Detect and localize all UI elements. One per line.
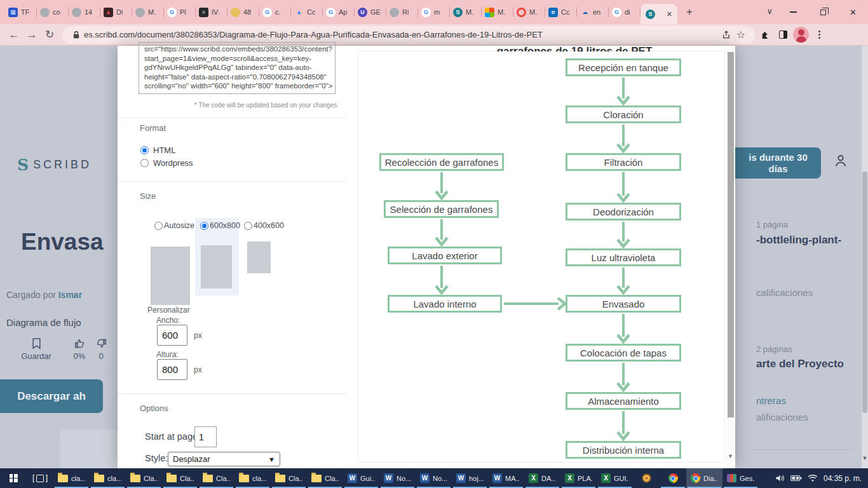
browser-tab[interactable]: Gdi <box>609 3 641 21</box>
ring-icon <box>517 8 526 17</box>
browser-tab[interactable]: Ri <box>386 3 418 21</box>
related-doc-author-2[interactable]: ntreras <box>756 395 786 406</box>
share-icon[interactable] <box>718 27 733 43</box>
active-browser-tab[interactable]: S✕ <box>641 4 677 24</box>
size-option-600x800[interactable]: 600x800 <box>200 221 240 230</box>
side-panel-icon[interactable] <box>775 27 790 43</box>
taskbar-item-word[interactable]: WNo... <box>416 468 452 488</box>
wifi-icon[interactable] <box>808 475 818 482</box>
taskbar-item-folder[interactable]: cla... <box>90 468 126 488</box>
bookmark-star-icon[interactable]: ☆ <box>733 27 749 43</box>
browser-tab[interactable]: co <box>37 3 69 21</box>
taskbar-item-excel[interactable]: XPLA... <box>560 468 597 488</box>
taskbar-item-word[interactable]: Whoj... <box>452 468 488 488</box>
browser-menu-icon[interactable] <box>811 27 827 43</box>
browser-tab[interactable]: M. <box>132 3 164 21</box>
extensions-icon[interactable] <box>757 27 773 43</box>
preview-scrollbar[interactable]: ▼ <box>726 46 735 468</box>
back-button[interactable]: ← <box>5 26 23 44</box>
taskbar-item-folder[interactable]: cla... <box>53 468 90 488</box>
page-scrollbar[interactable]: ▼ <box>862 46 868 468</box>
format-option-html[interactable]: HTML <box>140 146 175 155</box>
free-trial-button[interactable]: is durante 30 días <box>735 147 821 179</box>
taskbar-item-word[interactable]: WNo... <box>379 468 416 488</box>
url-text[interactable]: es.scribd.com/document/380286353/Diagram… <box>84 30 718 39</box>
browser-tab[interactable]: UGE <box>355 3 386 21</box>
forward-button[interactable]: → <box>23 26 41 44</box>
scribd-logo[interactable]: S SCRIBD <box>17 156 92 174</box>
radio-unselected-icon[interactable] <box>244 222 252 230</box>
taskbar-item-folder[interactable]: Cla... <box>307 468 343 488</box>
globe-icon <box>135 8 145 17</box>
volume-icon[interactable] <box>775 474 785 482</box>
browser-tab[interactable]: 14 <box>69 3 100 21</box>
radio-selected-icon[interactable] <box>200 222 208 230</box>
taskbar-item-excel[interactable]: XDA... <box>524 468 560 488</box>
page-scrollbar-down-arrow[interactable]: ▼ <box>862 455 868 461</box>
taskbar-item-chrome[interactable] <box>660 468 686 488</box>
browser-tab[interactable]: Gm <box>418 3 450 21</box>
taskbar-item-word[interactable]: WMA... <box>488 468 524 488</box>
taskbar-item-taskview[interactable] <box>27 468 53 488</box>
tab-search-chevron-icon[interactable]: ∨ <box>766 6 773 16</box>
new-tab-button[interactable]: + <box>681 4 698 20</box>
browser-tab[interactable]: M. <box>482 3 513 21</box>
taskbar-item-chrome[interactable]: Dia... <box>686 468 722 488</box>
browser-tab[interactable]: SM. <box>450 3 482 21</box>
address-bar[interactable]: es.scribd.com/document/380286353/Diagram… <box>62 26 755 44</box>
preview-scrollbar-thumb[interactable] <box>728 52 734 417</box>
taskbar-item-folder[interactable]: Cla... <box>271 468 307 488</box>
browser-tab[interactable]: ▲Cc <box>291 3 323 21</box>
browser-tab[interactable]: Gc. <box>259 3 291 21</box>
onedrive-icon: ☁ <box>580 8 590 17</box>
related-doc-title-1[interactable]: -bottleling-plant- <box>756 234 841 247</box>
start-page-input[interactable] <box>194 426 217 447</box>
window-minimize-button[interactable] <box>778 0 808 24</box>
size-option-400x600[interactable]: 400x600 <box>244 221 284 230</box>
page-scrollbar-thumb[interactable] <box>862 172 867 413</box>
download-button[interactable]: Descargar ah <box>0 379 103 413</box>
taskbar-item-folder[interactable]: Cla... <box>126 468 162 488</box>
style-select[interactable]: Desplazar ▼ <box>168 452 280 466</box>
taskbar-item-folder[interactable]: cla... <box>234 468 271 488</box>
browser-tab[interactable]: GAp <box>323 3 355 21</box>
format-option-wordpress[interactable]: Wordpress <box>140 158 193 168</box>
browser-tab[interactable]: oCc <box>545 3 577 21</box>
radio-selected-icon[interactable] <box>140 146 149 154</box>
browser-tab[interactable]: ▦TF <box>5 3 37 21</box>
window-restore-button[interactable] <box>808 0 838 24</box>
width-input[interactable] <box>157 325 187 346</box>
radio-unselected-icon[interactable] <box>154 222 163 230</box>
browser-tab[interactable]: ▲Di <box>100 3 132 21</box>
taskbar-item-widget[interactable] <box>633 468 660 488</box>
taskbar-item-excel[interactable]: XGUI... <box>597 468 633 488</box>
taskbar-item-start[interactable] <box>0 468 27 488</box>
browser-tab[interactable]: GPl <box>164 3 196 21</box>
window-close-button[interactable]: ✕ <box>838 0 868 24</box>
minimize-icon <box>790 11 797 13</box>
browser-tab[interactable]: M. <box>513 3 545 21</box>
document-preview[interactable]: garrafones de 19 litros de PET Recepción… <box>354 46 735 468</box>
preview-scrollbar-down-arrow[interactable]: ▼ <box>726 453 735 459</box>
size-option-autosize[interactable]: Autosize <box>154 221 194 230</box>
clock[interactable]: 04:35 p. m. <box>824 474 862 483</box>
reload-button[interactable]: ↻ <box>41 26 58 44</box>
height-input[interactable] <box>157 359 187 380</box>
related-doc-title-2[interactable]: arte del Proyecto <box>756 358 844 370</box>
taskbar-item-word[interactable]: WGui... <box>343 468 379 488</box>
user-profile-icon[interactable] <box>832 152 849 172</box>
battery-icon[interactable] <box>790 475 802 482</box>
taskbar-item-folder[interactable]: Cla... <box>162 468 198 488</box>
browser-tab[interactable]: ≡IV. <box>196 3 227 21</box>
dislike-action[interactable]: 0 <box>84 338 118 361</box>
taskbar-item-winrar[interactable]: Ges... <box>722 468 759 488</box>
profile-avatar[interactable] <box>793 27 809 43</box>
radio-unselected-icon[interactable] <box>140 159 149 167</box>
browser-tab[interactable]: ☁en <box>577 3 609 21</box>
tab-close-icon[interactable]: ✕ <box>667 10 672 18</box>
embed-code-textarea[interactable]: src="https://www.scribd.com/embeds/38028… <box>139 42 336 94</box>
save-action[interactable]: Guardar <box>14 338 58 361</box>
browser-tab[interactable]: 48 <box>227 3 259 21</box>
uploader-link[interactable]: Ismar <box>58 290 82 300</box>
taskbar-item-folder[interactable]: Cla... <box>198 468 234 488</box>
